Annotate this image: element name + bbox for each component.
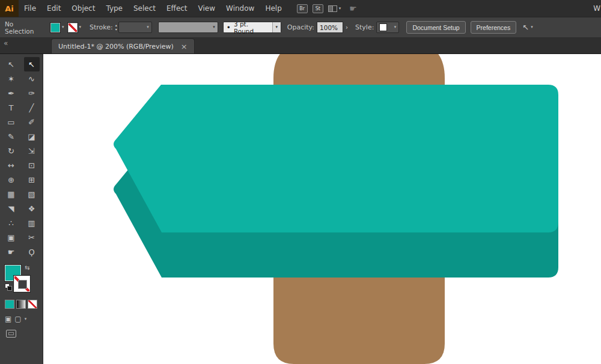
rotate-tool-icon: ↻ <box>8 147 14 156</box>
color-mode-button[interactable] <box>5 300 14 309</box>
none-mode-button[interactable] <box>28 300 37 309</box>
stroke-color-swatch[interactable] <box>68 23 78 32</box>
opacity-input[interactable]: 100% <box>317 22 343 33</box>
stroke-label[interactable]: Stroke: <box>90 23 113 31</box>
column-graph-tool-icon: ▥ <box>28 219 35 228</box>
free-transform-tool[interactable]: ⊡ <box>24 158 40 172</box>
fill-color-control[interactable]: ▾ <box>50 23 64 32</box>
pencil-tool[interactable]: ✎ <box>4 129 19 144</box>
preferences-button[interactable]: Preferences <box>471 21 517 34</box>
stepper-down-icon[interactable]: ▾ <box>115 28 117 32</box>
column-graph-tool[interactable]: ▥ <box>24 216 40 230</box>
eyedropper-tool[interactable]: ◥ <box>4 201 19 216</box>
lasso-tool-icon: ∿ <box>28 74 35 83</box>
width-tool-icon: ↔ <box>8 161 14 170</box>
type-tool[interactable]: T <box>4 100 19 115</box>
selection-tool[interactable]: ↖ <box>4 57 19 71</box>
opacity-label[interactable]: Opacity: <box>287 23 314 31</box>
zoom-tool-icon: Ϙ <box>28 247 34 256</box>
width-profile-combo[interactable]: ▾ <box>158 22 218 33</box>
stroke-color-control[interactable]: ▾ <box>68 23 82 32</box>
chevron-down-icon[interactable]: ▾ <box>79 25 82 29</box>
slice-tool[interactable]: ✂ <box>24 230 40 244</box>
chevron-down-icon[interactable]: ▾ <box>25 317 27 321</box>
shape-builder-tool-icon: ⊕ <box>8 175 14 184</box>
chevron-down-icon: ▾ <box>339 7 341 11</box>
collapse-panels-icon[interactable]: « <box>4 39 7 47</box>
chevron-down-icon[interactable]: ▾ <box>62 25 64 29</box>
mesh-tool-icon: ▦ <box>7 190 14 199</box>
brush-definition-value: • 3 pt. Round <box>224 20 272 35</box>
menu-select[interactable]: Select <box>128 0 161 17</box>
menu-type[interactable]: Type <box>100 0 128 17</box>
gradient-mode-button[interactable] <box>16 300 26 309</box>
scale-tool[interactable]: ⇲ <box>24 144 40 158</box>
draw-behind-button[interactable]: ▢ <box>14 315 21 323</box>
menu-bar: Ai File Edit Object Type Select Effect V… <box>0 0 601 17</box>
stock-icon[interactable]: St <box>313 4 323 13</box>
illustrator-window: Ai File Edit Object Type Select Effect V… <box>0 0 601 364</box>
rectangle-tool[interactable]: ▭ <box>4 115 19 129</box>
document-tab[interactable]: Untitled-1* @ 200% (RGB/Preview) × <box>51 38 195 53</box>
select-similar-button[interactable]: ↖ ▾ <box>522 23 532 32</box>
menu-window[interactable]: Window <box>221 0 260 17</box>
brush-combo-chevron[interactable]: ▾ <box>272 22 281 32</box>
perspective-grid-tool-icon: ⊞ <box>28 175 35 184</box>
menu-edit[interactable]: Edit <box>41 0 66 17</box>
bridge-icon[interactable]: Br <box>297 4 308 13</box>
menu-help[interactable]: Help <box>260 0 287 17</box>
hand-tool[interactable]: ☛ <box>4 244 19 259</box>
close-icon[interactable]: × <box>181 43 188 50</box>
gesture-icon: ☛ <box>349 4 357 13</box>
symbol-sprayer-tool[interactable]: ∴ <box>4 216 19 230</box>
fill-color-swatch[interactable] <box>50 23 60 32</box>
document-setup-button[interactable]: Document Setup <box>406 21 465 34</box>
mesh-tool[interactable]: ▦ <box>4 187 19 201</box>
stroke-color-swatch[interactable] <box>14 276 30 292</box>
tools-panel: ↖ ↖ ✶ ∿ ✒ ✑ T ╱ ▭ ✐ ✎ ◪ ↻ ⇲ ↔ ⊡ ⊕ ⊞ ▦ ▧ <box>0 54 43 364</box>
menu-effect[interactable]: Effect <box>161 0 193 17</box>
banner-front-shape[interactable] <box>114 85 558 232</box>
rectangle-tool-icon: ▭ <box>7 118 14 127</box>
menu-object[interactable]: Object <box>66 0 100 17</box>
workspace: ↖ ↖ ✶ ∿ ✒ ✑ T ╱ ▭ ✐ ✎ ◪ ↻ ⇲ ↔ ⊡ ⊕ ⊞ ▦ ▧ <box>0 54 601 364</box>
menu-view[interactable]: View <box>193 0 221 17</box>
arrange-documents-button[interactable]: ▾ <box>328 5 341 12</box>
paintbrush-tool-icon: ✐ <box>28 118 35 127</box>
blend-tool[interactable]: ❖ <box>24 201 40 216</box>
default-fill-stroke-icon[interactable] <box>5 284 13 291</box>
swap-fill-stroke-icon[interactable]: ⇆ <box>25 264 29 271</box>
document-tab-bar: « Untitled-1* @ 200% (RGB/Preview) × <box>0 37 601 54</box>
chevron-down-icon: ▾ <box>213 25 215 29</box>
magic-wand-tool-icon: ✶ <box>8 74 14 83</box>
pen-tool[interactable]: ✒ <box>4 86 19 100</box>
menu-file[interactable]: File <box>19 0 41 17</box>
curvature-tool[interactable]: ✑ <box>24 86 40 100</box>
opacity-expand-icon[interactable]: › <box>344 24 349 31</box>
workspace-label[interactable]: W <box>593 4 601 13</box>
gradient-tool-icon: ▧ <box>28 190 35 199</box>
shape-builder-tool[interactable]: ⊕ <box>4 172 19 187</box>
canvas-area[interactable] <box>43 54 601 364</box>
rotate-tool[interactable]: ↻ <box>4 144 19 158</box>
stroke-weight-combo[interactable]: ▾ <box>118 22 152 33</box>
draw-normal-button[interactable]: ▣ <box>5 315 11 323</box>
style-label[interactable]: Style: <box>355 23 374 31</box>
zoom-tool[interactable]: Ϙ <box>24 244 40 259</box>
paintbrush-tool[interactable]: ✐ <box>24 115 40 129</box>
direct-selection-tool[interactable]: ↖ <box>24 57 40 71</box>
magic-wand-tool[interactable]: ✶ <box>4 71 19 86</box>
brush-definition-combo[interactable]: • 3 pt. Round ▾ <box>223 22 281 33</box>
width-tool[interactable]: ↔ <box>4 158 19 172</box>
eraser-tool[interactable]: ◪ <box>24 129 40 144</box>
line-segment-tool-icon: ╱ <box>29 103 34 112</box>
line-segment-tool[interactable]: ╱ <box>24 100 40 115</box>
lasso-tool[interactable]: ∿ <box>24 71 40 86</box>
screen-mode-button[interactable] <box>6 330 16 338</box>
gradient-tool[interactable]: ▧ <box>24 187 40 201</box>
style-combo[interactable]: ▾ <box>376 22 399 33</box>
perspective-grid-tool[interactable]: ⊞ <box>24 172 40 187</box>
stroke-weight-stepper[interactable]: ▴ ▾ <box>115 23 117 32</box>
artboard-tool[interactable]: ▣ <box>4 230 19 244</box>
direct-selection-tool-icon: ↖ <box>28 60 35 69</box>
